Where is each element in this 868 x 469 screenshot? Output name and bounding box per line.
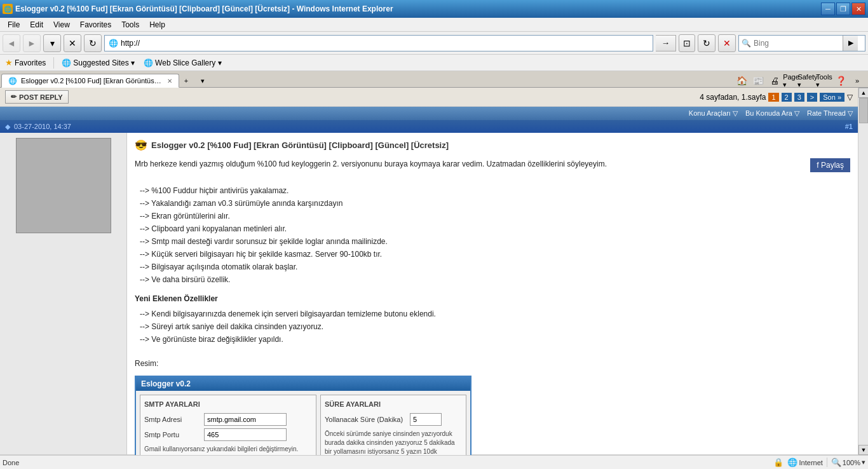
favorites-bar: ★ Favorites 🌐 Suggested Sites ▾ 🌐 Web Sl… (0, 55, 868, 71)
menu-file[interactable]: File (3, 19, 25, 31)
tab-bar-right: + ▾ 🏠 📰 🖨 Page ▾ Safety ▾ Tools ▾ ❓ » (179, 74, 867, 87)
favorites-button[interactable]: ★ Favorites (3, 57, 48, 69)
page-3-link[interactable]: 3 (794, 93, 804, 102)
scrollbar: ▲ ▼ (858, 88, 868, 455)
forward-button[interactable]: ► (23, 34, 41, 52)
content-area: ✏ POST REPLY 4 sayfadan, 1.sayfa 1 2 3 >… (0, 88, 868, 455)
page-info: 4 sayfadan, 1.sayfa (700, 93, 766, 102)
new-tab-button[interactable]: + (179, 74, 193, 87)
reply-icon: ✏ (11, 93, 17, 101)
tab-close-button[interactable]: ✕ (167, 78, 172, 85)
bing-icon: 🔍 (739, 39, 754, 48)
smtp-address-row: Smtp Adresi (144, 413, 312, 426)
app-screenshot: Eslogger v0.2 SMTP AYARLARI Smtp Adresi … (135, 376, 471, 455)
post-reply-label: POST REPLY (19, 93, 63, 101)
restore-button[interactable]: ❐ (836, 3, 850, 15)
feature-7: --> Bilgisayar açılışında otomatik olara… (140, 261, 850, 273)
dropdown-button[interactable]: ▾ (43, 34, 61, 52)
ie-icon2: 🌐 (144, 58, 153, 67)
compat-button[interactable]: ⊡ (679, 34, 695, 52)
scroll-thumb[interactable] (859, 98, 868, 123)
share-button[interactable]: f Paylaş (810, 158, 850, 172)
menu-view[interactable]: View (48, 19, 75, 31)
stop-button[interactable]: ✕ (64, 34, 81, 52)
sure-panel: SÜRE AYARLARI Yollanacak Süre (Dakika) Ö… (320, 395, 466, 455)
smtp-desc: Gmail kullanıyorsanız yukarıdaki bilgile… (144, 445, 312, 455)
rss-button[interactable]: 📰 (751, 74, 765, 87)
features-list: --> %100 Fuddur hiçbir antivirüs yakalam… (135, 185, 850, 285)
menu-edit[interactable]: Edit (25, 19, 48, 31)
new-feature-2: --> Süreyi artık saniye deil dakika cins… (140, 321, 850, 332)
smiley-icon: 😎 (135, 138, 147, 153)
refresh-btn2[interactable]: ↻ (698, 34, 715, 52)
lock-icon: 🔒 (773, 458, 783, 467)
page-1-link[interactable]: 1 (768, 93, 778, 102)
sure-label: Yollanacak Süre (Dakika) (325, 414, 407, 425)
tab-list-button[interactable]: ▾ (196, 74, 210, 87)
title-bar: 🌐 Eslogger v0.2 [%100 Fud] [Ekran Görünt… (0, 0, 868, 18)
minimize-button[interactable]: ─ (821, 3, 835, 15)
address-bar: 🌐 (104, 35, 653, 51)
refresh-button[interactable]: ↻ (84, 34, 102, 52)
smtp-panel-title: SMTP AYARLARI (144, 399, 312, 410)
active-tab[interactable]: 🌐 Eslogger v0.2 [%100 Fud] [Ekran Görünt… (1, 74, 179, 88)
home-button[interactable]: 🏠 (735, 74, 749, 87)
post-content: 😎 Eslogger v0.2 [%100 Fud] [Ekran Görünt… (0, 133, 858, 455)
menu-bar: File Edit View Favorites Tools Help (0, 18, 868, 32)
new-features-title: Yeni Eklenen Özellikler (135, 293, 850, 304)
safety-button[interactable]: Safety ▾ (801, 74, 815, 87)
last-link[interactable]: Son » (820, 93, 844, 102)
menu-tools[interactable]: Tools (116, 19, 144, 31)
stop-btn2[interactable]: ✕ (718, 34, 736, 52)
search-go-button[interactable]: ▶ (843, 36, 858, 51)
search-bar: 🔍 ▶ (738, 35, 865, 51)
address-input[interactable] (121, 39, 649, 48)
zoom-dropdown-icon: ▾ (862, 458, 865, 466)
search-input[interactable] (754, 39, 843, 48)
sure-input[interactable] (410, 413, 442, 426)
menu-help[interactable]: Help (144, 19, 170, 31)
web-slice-button[interactable]: 🌐 Web Slice Gallery ▾ (141, 57, 224, 69)
next-link[interactable]: > (807, 93, 817, 102)
post-reply-button[interactable]: ✏ POST REPLY (5, 90, 69, 104)
go-button[interactable]: → (656, 35, 676, 51)
page-2-link[interactable]: 2 (782, 93, 792, 102)
page-button[interactable]: Page ▾ (784, 74, 798, 87)
post-date-bar: ◆ 03-27-2010, 14:37 #1 (0, 120, 858, 133)
zoom-control[interactable]: 🔍 100% ▾ (827, 458, 865, 467)
smtp-address-input[interactable] (204, 413, 287, 426)
close-button[interactable]: ✕ (851, 3, 865, 15)
rate-thread-button[interactable]: Rate Thread ▽ (807, 109, 853, 118)
smtp-port-label: Smtp Portu (144, 430, 201, 440)
sure-field-row: Yollanacak Süre (Dakika) (325, 413, 462, 426)
tools-button[interactable]: Tools ▾ (817, 74, 831, 87)
thread-header: Konu Araçları ▽ Bu Konuda Ara ▽ Rate Thr… (0, 107, 858, 120)
post-title: Eslogger v0.2 [%100 Fud] [Ekran Görüntüs… (151, 139, 449, 152)
help-button[interactable]: ❓ (834, 74, 848, 87)
feature-3: --> Ekran görüntülerini alır. (140, 210, 850, 222)
favorites-label: Favorites (15, 58, 46, 67)
smtp-panel: SMTP AYARLARI Smtp Adresi Smtp Portu Gma… (140, 395, 316, 455)
scroll-track[interactable] (858, 98, 868, 445)
feature-4: --> Clipboard yani kopyalanan metinleri … (140, 223, 850, 234)
zoom-icon: 🔍 (831, 458, 841, 467)
print-button[interactable]: 🖨 (768, 74, 782, 87)
sure-desc: Önceki sürümde saniye cinsinden yazıyord… (325, 430, 462, 455)
app-title-bar: Eslogger v0.2 (136, 377, 470, 391)
sure-panel-title: SÜRE AYARLARI (325, 399, 462, 410)
feature-8: --> Ve daha birsürü özellik. (140, 274, 850, 285)
back-button[interactable]: ◄ (3, 34, 20, 52)
bu-konuda-ara-button[interactable]: Bu Konuda Ara ▽ (745, 109, 799, 118)
menu-favorites[interactable]: Favorites (75, 19, 116, 31)
separator (53, 57, 54, 69)
post-number: #1 (845, 123, 853, 130)
pagination: 4 sayfadan, 1.sayfa 1 2 3 > Son » ▽ (700, 93, 853, 102)
globe-icon: 🌐 (787, 458, 797, 467)
scroll-down-button[interactable]: ▼ (858, 445, 868, 455)
smtp-port-input[interactable] (204, 428, 287, 441)
status-text: Done (3, 459, 19, 466)
konu-araclari-button[interactable]: Konu Araçları ▽ (689, 109, 738, 118)
suggested-sites-button[interactable]: 🌐 Suggested Sites ▾ (59, 57, 137, 69)
scroll-up-button[interactable]: ▲ (858, 88, 868, 98)
expand-button[interactable]: » (850, 74, 864, 87)
